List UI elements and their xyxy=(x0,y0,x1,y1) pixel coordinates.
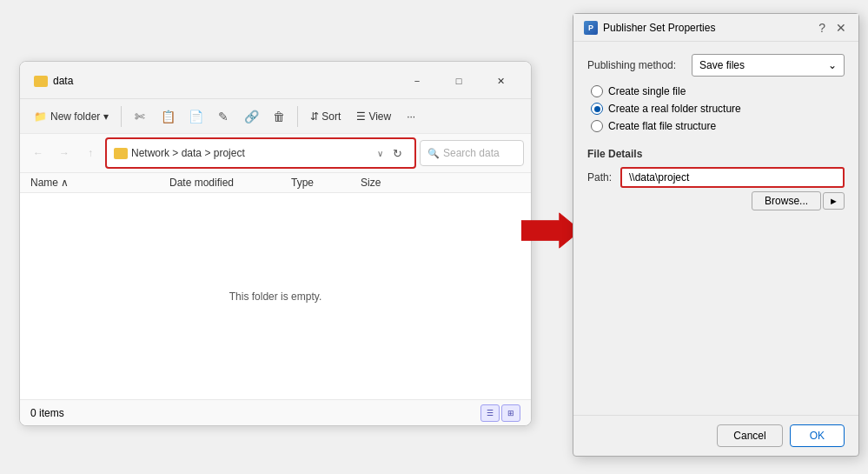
address-refresh-button[interactable]: ↻ xyxy=(387,143,407,164)
dialog-title-bar: P Publisher Set Properties ? ✕ xyxy=(573,14,858,42)
radio-label-flat: Create flat file structure xyxy=(608,120,716,132)
minimize-button[interactable]: − xyxy=(397,69,437,93)
spacer xyxy=(587,219,845,403)
explorer-window: data − □ ✕ 📁 New folder ▾ ✄ 📋 📄 ✎ 🔗 🗑 ⇵ … xyxy=(19,61,532,426)
radio-label-single: Create single file xyxy=(608,85,686,97)
publishing-method-label: Publishing method: xyxy=(587,59,683,71)
address-box[interactable]: Network > data > project ∨ ↻ xyxy=(105,137,416,169)
path-row: Path: \\data\project xyxy=(587,167,845,188)
toolbar-separator-1 xyxy=(121,106,122,127)
address-path: Network > data > project xyxy=(131,147,374,159)
radio-label-real: Create a real folder structure xyxy=(608,103,741,115)
search-icon: 🔍 xyxy=(427,148,440,159)
folder-icon xyxy=(34,76,48,87)
radio-single-file[interactable]: Create single file xyxy=(591,85,845,97)
up-button[interactable]: ↑ xyxy=(79,142,102,164)
address-folder-icon xyxy=(114,148,128,159)
more-label: ··· xyxy=(407,110,415,123)
search-placeholder: Search data xyxy=(443,147,500,159)
view-icons: ☰ ⊞ xyxy=(480,404,520,422)
radio-circle-single xyxy=(591,85,603,97)
publisher-icon: P xyxy=(584,21,598,35)
radio-circle-flat xyxy=(591,120,603,132)
view-label: View xyxy=(368,110,391,123)
dialog-close-button[interactable]: ✕ xyxy=(834,21,848,35)
list-view-button[interactable]: ☰ xyxy=(480,404,500,422)
copy-button[interactable]: 📋 xyxy=(155,104,181,129)
radio-group: Create single file Create a real folder … xyxy=(591,85,845,132)
publishing-method-row: Publishing method: Save files ⌄ xyxy=(587,54,845,77)
dialog-title-label: Publisher Set Properties xyxy=(603,22,715,34)
new-folder-dropdown-icon: ▾ xyxy=(103,110,109,123)
paste-button[interactable]: 📄 xyxy=(182,104,209,129)
file-details-section: File Details Path: \\data\project Browse… xyxy=(587,148,845,210)
column-type[interactable]: Type xyxy=(291,177,361,189)
sort-icon: ⇵ xyxy=(310,110,319,123)
svg-marker-0 xyxy=(521,213,580,248)
radio-real-folder[interactable]: Create a real folder structure xyxy=(591,103,845,115)
dialog-window-controls: ? ✕ xyxy=(817,21,848,35)
address-dropdown-icon: ∨ xyxy=(377,149,383,158)
browse-button[interactable]: Browse... xyxy=(752,191,821,210)
cut-button[interactable]: ✄ xyxy=(127,104,153,129)
sort-label: Sort xyxy=(321,110,341,123)
path-input[interactable]: \\data\project xyxy=(620,167,845,188)
empty-message: This folder is empty. xyxy=(229,290,321,303)
close-button[interactable]: ✕ xyxy=(480,69,520,93)
search-box[interactable]: 🔍 Search data xyxy=(420,140,524,166)
browse-arrow-button[interactable]: ► xyxy=(823,192,845,210)
path-value: \\data\project xyxy=(629,171,689,184)
new-folder-icon: 📁 xyxy=(34,110,47,123)
forward-button[interactable]: → xyxy=(53,142,76,164)
item-count: 0 items xyxy=(30,407,64,419)
explorer-title-bar: data − □ ✕ xyxy=(20,62,531,99)
explorer-title: data xyxy=(34,75,73,87)
sort-asc-icon: ∧ xyxy=(61,177,69,189)
publishing-method-dropdown[interactable]: Save files ⌄ xyxy=(692,54,845,77)
path-label: Path: xyxy=(587,171,613,184)
window-controls: − □ ✕ xyxy=(397,69,520,93)
maximize-button[interactable]: □ xyxy=(439,69,479,93)
file-details-title: File Details xyxy=(587,148,845,160)
sort-button[interactable]: ⇵ Sort xyxy=(303,107,348,126)
rename-button[interactable]: ✎ xyxy=(210,104,236,129)
share-button[interactable]: 🔗 xyxy=(238,104,264,129)
ok-button[interactable]: OK xyxy=(790,424,845,447)
dropdown-chevron-icon: ⌄ xyxy=(828,59,837,71)
grid-view-button[interactable]: ⊞ xyxy=(501,404,520,422)
column-name[interactable]: Name ∧ xyxy=(30,177,169,189)
dialog-title: P Publisher Set Properties xyxy=(584,21,715,35)
column-size[interactable]: Size xyxy=(361,177,413,189)
browse-row: Browse... ► xyxy=(587,191,845,210)
explorer-title-text: data xyxy=(53,75,73,87)
address-bar-row: ← → ↑ Network > data > project ∨ ↻ 🔍 Sea… xyxy=(20,134,531,173)
cancel-button[interactable]: Cancel xyxy=(717,424,782,447)
publisher-dialog: P Publisher Set Properties ? ✕ Publishin… xyxy=(573,13,859,457)
file-list-header: Name ∧ Date modified Type Size xyxy=(20,173,531,193)
delete-button[interactable]: 🗑 xyxy=(266,104,292,129)
back-button[interactable]: ← xyxy=(27,142,50,164)
status-bar: 0 items ☰ ⊞ xyxy=(20,399,531,425)
new-folder-button[interactable]: 📁 New folder ▾ xyxy=(27,107,116,126)
dialog-footer: Cancel OK xyxy=(573,415,858,456)
radio-circle-real xyxy=(591,103,603,115)
toolbar-separator-2 xyxy=(297,106,298,127)
more-button[interactable]: ··· xyxy=(400,107,422,126)
dialog-help-button[interactable]: ? xyxy=(817,21,827,35)
view-icon: ☰ xyxy=(356,110,366,123)
new-folder-label: New folder xyxy=(50,110,100,123)
column-date-modified[interactable]: Date modified xyxy=(169,177,291,189)
radio-flat-file[interactable]: Create flat file structure xyxy=(591,120,845,132)
explorer-toolbar: 📁 New folder ▾ ✄ 📋 📄 ✎ 🔗 🗑 ⇵ Sort ☰ View… xyxy=(20,99,531,134)
file-list-content: This folder is empty. xyxy=(20,193,531,399)
dialog-body: Publishing method: Save files ⌄ Create s… xyxy=(573,42,858,415)
view-button[interactable]: ☰ View xyxy=(349,107,398,126)
publishing-method-value: Save files xyxy=(699,59,745,71)
